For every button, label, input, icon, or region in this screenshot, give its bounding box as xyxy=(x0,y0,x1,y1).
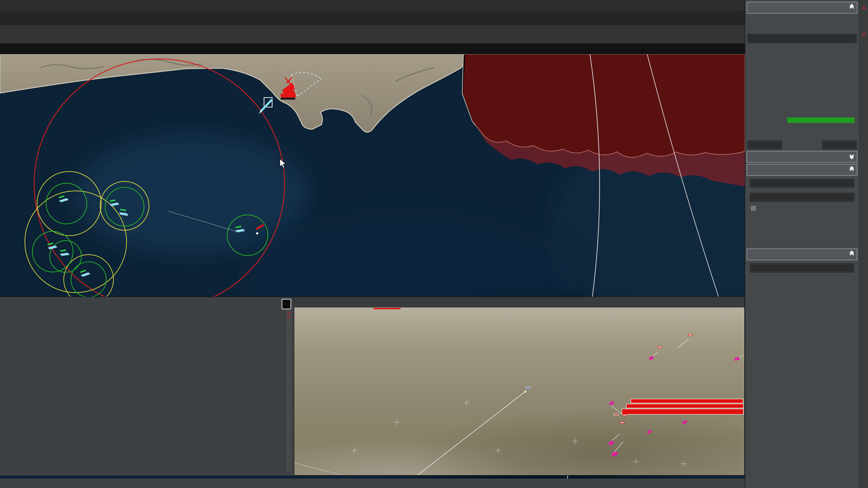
stacked-label-bar xyxy=(631,399,743,403)
bottom-status-bar xyxy=(0,479,745,488)
expand-down-icon xyxy=(850,155,853,159)
stacked-label-bar xyxy=(626,404,744,408)
mig-label[interactable] xyxy=(688,334,692,336)
clipped-label-bar xyxy=(373,308,401,309)
toolbar xyxy=(0,25,745,43)
time-bar xyxy=(0,43,745,54)
contrail xyxy=(294,463,342,475)
collapse-up-icon xyxy=(850,168,853,172)
tarmac-label[interactable] xyxy=(620,422,624,424)
sam-label[interactable] xyxy=(657,346,662,348)
3d-view-content[interactable] xyxy=(294,307,744,475)
playback-bar xyxy=(0,12,745,25)
right-sidebar xyxy=(745,0,868,488)
app-window xyxy=(0,0,868,488)
friendly-unit-icon[interactable] xyxy=(58,194,68,202)
scroll-up-icon[interactable] xyxy=(861,5,867,9)
sensors-button[interactable] xyxy=(747,140,782,149)
friendly-unit-icon[interactable] xyxy=(60,249,69,256)
parking-label[interactable] xyxy=(622,414,627,416)
unit-alt-speed-header[interactable] xyxy=(747,151,857,163)
doctrine-header[interactable] xyxy=(747,249,857,260)
label-leader-lines xyxy=(610,339,744,454)
message-log-panel xyxy=(0,297,294,476)
unit-message-log-button[interactable] xyxy=(747,34,857,43)
friendly-unit-icon[interactable] xyxy=(80,269,90,277)
missile-3d-label[interactable] xyxy=(526,387,530,388)
inherit-checkbox[interactable] xyxy=(750,205,756,212)
unit-status-header[interactable] xyxy=(747,2,857,13)
window-controls xyxy=(715,297,741,307)
missile-trail xyxy=(417,392,525,475)
weapons-button[interactable] xyxy=(822,140,857,149)
collapse-up-icon xyxy=(850,253,853,256)
log-download-button[interactable] xyxy=(282,299,291,309)
scroll-down-icon[interactable] xyxy=(287,316,291,319)
message-log-scrollbar[interactable] xyxy=(286,309,292,473)
scroll-down-icon[interactable] xyxy=(861,33,867,37)
systems-health-bar xyxy=(787,118,855,123)
scroll-up-icon[interactable] xyxy=(287,311,291,314)
3d-view-titlebar[interactable] xyxy=(294,297,744,307)
missile-dot xyxy=(524,391,526,392)
selected-missile-icon[interactable] xyxy=(259,98,272,113)
3d-view-window xyxy=(294,297,745,476)
collapse-up-icon xyxy=(850,6,853,9)
landmass-west xyxy=(0,54,469,132)
3d-graphics xyxy=(294,307,744,475)
hostile-zone-overlay xyxy=(463,54,745,186)
menu-bar xyxy=(0,0,745,12)
sensors-window-button[interactable] xyxy=(750,193,854,201)
doctrine-window-button[interactable] xyxy=(750,263,854,272)
emcon-window-button[interactable] xyxy=(750,179,854,188)
sidebar-scrollbar[interactable] xyxy=(859,0,868,488)
unit-emcon-header[interactable] xyxy=(747,164,857,176)
stacked-label-bar xyxy=(622,409,744,415)
clipped-label xyxy=(614,414,618,416)
